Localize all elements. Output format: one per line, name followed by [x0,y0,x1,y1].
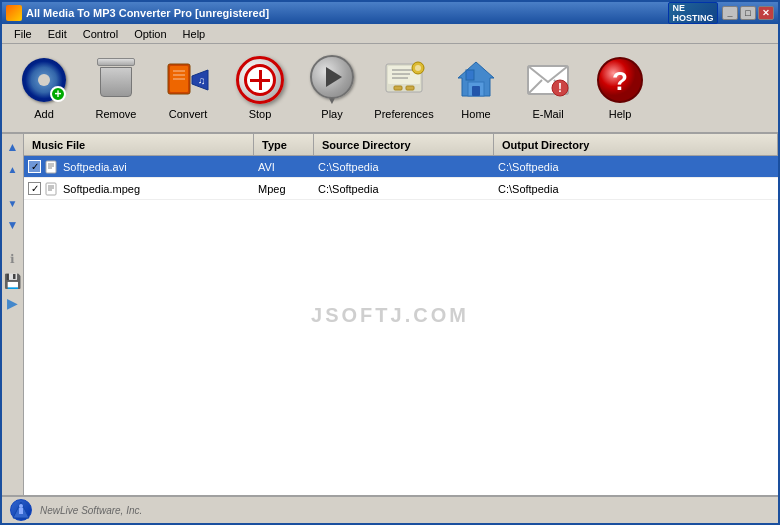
title-bar-left: All Media To MP3 Converter Pro [unregist… [6,5,269,21]
ne-hosting-logo: NEHOSTING [668,2,718,24]
title-bar: All Media To MP3 Converter Pro [unregist… [2,2,778,24]
remove-icon-container [92,56,140,104]
svg-rect-31 [46,183,56,195]
play-triangle [326,67,342,87]
toolbar: + Add Remove [2,44,778,134]
menu-control[interactable]: Control [75,26,126,42]
checkbox-1[interactable] [28,160,41,173]
menu-bar: File Edit Control Option Help [2,24,778,44]
stop-button[interactable]: Stop [226,48,294,128]
menu-edit[interactable]: Edit [40,26,75,42]
email-button[interactable]: ! E-Mail [514,48,582,128]
svg-point-15 [415,65,421,71]
minimize-button[interactable]: _ [722,6,738,20]
title-controls: _ □ ✕ [722,6,774,20]
add-plus-icon: + [50,86,66,102]
email-icon-container: ! [524,56,572,104]
convert-icon-container: ♫ [164,56,212,104]
sidebar-arrows: ▲ ▲ ▼ ▼ ℹ 💾 ▶ [2,134,24,495]
email-icon: ! [524,56,572,104]
move-up-top-button[interactable]: ▲ [4,138,22,156]
save-button[interactable]: 💾 [4,272,22,290]
remove-label: Remove [96,108,137,120]
cell-source-1: C:\Softpedia [314,156,494,177]
stop-icon-container [236,56,284,104]
table-row[interactable]: Softpedia.mpeg Mpeg C:\Softpedia C:\Soft… [24,178,778,200]
trash-body [100,67,132,97]
cell-output-2: C:\Softpedia [494,178,778,199]
trash-lid [97,58,135,66]
add-icon-container: + [20,56,68,104]
svg-rect-18 [472,86,480,96]
status-bar: NewLive Software, Inc. [2,495,778,523]
close-button[interactable]: ✕ [758,6,774,20]
home-label: Home [461,108,490,120]
remove-icon [98,58,134,102]
convert-label: Convert [169,108,208,120]
cell-music-2: Softpedia.mpeg [24,178,254,199]
home-icon [452,56,500,104]
file-icon-2 [45,182,59,196]
play-icon-container: ▼ [308,56,356,104]
maximize-button[interactable]: □ [740,6,756,20]
cell-output-1: C:\Softpedia [494,156,778,177]
play-icon [310,55,354,99]
export-button[interactable]: ▶ [4,294,22,312]
app-icon [6,5,22,21]
file-table: Music File Type Source Directory Output … [24,134,778,495]
info-button[interactable]: ℹ [4,250,22,268]
col-music-file: Music File [24,134,254,155]
preferences-label: Preferences [374,108,433,120]
file-icon-1 [45,160,59,174]
preferences-icon [380,56,428,104]
company-name: NewLive Software, Inc. [40,505,142,516]
svg-rect-36 [19,508,23,514]
checkbox-2[interactable] [28,182,41,195]
col-output-dir: Output Directory [494,134,778,155]
home-icon-container [452,56,500,104]
col-source-dir: Source Directory [314,134,494,155]
cell-type-2: Mpeg [254,178,314,199]
convert-button[interactable]: ♫ Convert [154,48,222,128]
filename-2: Softpedia.mpeg [63,183,140,195]
main-window: All Media To MP3 Converter Pro [unregist… [0,0,780,525]
help-label: Help [609,108,632,120]
svg-text:♫: ♫ [198,75,206,86]
help-button[interactable]: ? Help [586,48,654,128]
svg-rect-27 [46,161,56,173]
cell-source-2: C:\Softpedia [314,178,494,199]
help-icon: ? [596,56,644,104]
move-down-bottom-button[interactable]: ▼ [4,216,22,234]
convert-icon: ♫ [164,56,212,104]
stop-label: Stop [249,108,272,120]
play-label: Play [321,108,342,120]
add-button[interactable]: + Add [10,48,78,128]
home-button[interactable]: Home [442,48,510,128]
cell-type-1: AVI [254,156,314,177]
menu-file[interactable]: File [6,26,40,42]
filename-1: Softpedia.avi [63,161,127,173]
play-button[interactable]: ▼ Play [298,48,366,128]
content-area: ▲ ▲ ▼ ▼ ℹ 💾 ▶ Music File Type Source Dir… [2,134,778,495]
svg-rect-12 [394,86,402,90]
table-header: Music File Type Source Directory Output … [24,134,778,156]
menu-option[interactable]: Option [126,26,174,42]
table-body: Softpedia.avi AVI C:\Softpedia C:\Softpe… [24,156,778,495]
help-icon-container: ? [596,56,644,104]
col-type: Type [254,134,314,155]
svg-text:?: ? [612,66,628,96]
table-row[interactable]: Softpedia.avi AVI C:\Softpedia C:\Softpe… [24,156,778,178]
email-label: E-Mail [532,108,563,120]
menu-help[interactable]: Help [175,26,214,42]
svg-point-37 [19,504,23,508]
preferences-icon-container [380,56,428,104]
preferences-button[interactable]: Preferences [370,48,438,128]
svg-rect-13 [406,86,414,90]
add-label: Add [34,108,54,120]
svg-rect-19 [466,70,474,80]
remove-button[interactable]: Remove [82,48,150,128]
move-up-button[interactable]: ▲ [4,160,22,178]
cell-music-1: Softpedia.avi [24,156,254,177]
move-down-button[interactable]: ▼ [4,194,22,212]
stop-icon [236,56,284,104]
